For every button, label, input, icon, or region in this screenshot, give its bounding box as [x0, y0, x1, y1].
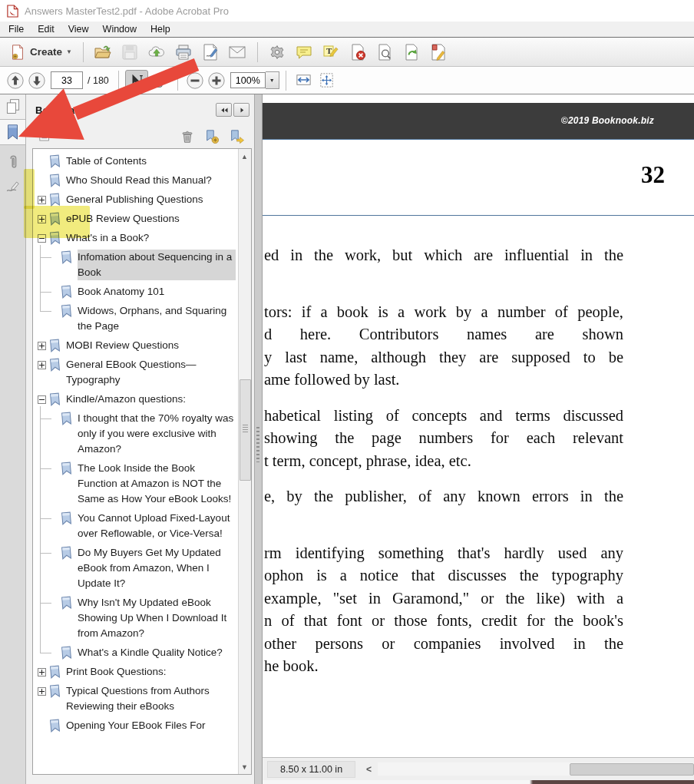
zoom-level-value[interactable]: 100% [230, 72, 266, 88]
current-page-input[interactable] [51, 71, 83, 89]
text-line: habetical listing of concepts and terms … [264, 405, 623, 428]
bookmark-label: Infomation about Sequencing in a Book [78, 250, 236, 280]
bookmark-ribbon-icon [48, 683, 61, 698]
expander-plus-icon[interactable] [38, 668, 46, 676]
bookmark-ribbon-icon [60, 645, 73, 660]
collapse-panel-button[interactable] [216, 103, 232, 117]
bookmark-item[interactable]: What's a Kindle Quality Notice? [46, 643, 236, 663]
page-preview-button[interactable] [372, 41, 398, 64]
share-cloud-button[interactable] [144, 41, 170, 64]
share-cloud-icon [147, 43, 166, 61]
window-title: Answers MasterTest2.pdf - Adobe Acrobat … [25, 5, 229, 17]
bookmark-item[interactable]: Book Anatomy 101 [46, 283, 236, 302]
expander-minus-icon[interactable] [38, 395, 46, 404]
signatures-panel-button[interactable] [0, 174, 25, 199]
panel-splitter[interactable] [255, 94, 263, 784]
select-tool-button[interactable] [125, 70, 148, 91]
bookmark-item[interactable]: Who Should Read this Manual? [35, 171, 236, 190]
previous-page-button[interactable] [5, 70, 26, 91]
scrollbar-thumb[interactable] [240, 379, 251, 481]
scroll-down-icon[interactable]: ▼ [239, 761, 250, 772]
bookmark-item[interactable]: Do My Buyers Get My Updated eBook from A… [46, 544, 236, 594]
highlight-text-button[interactable]: T [318, 41, 345, 64]
bookmark-label: General EBook Questions—Typography [66, 357, 236, 388]
yellow-highlight-main [24, 206, 90, 238]
email-button[interactable] [224, 41, 251, 64]
scrolling-mode-button[interactable] [292, 70, 316, 91]
bookmark-item[interactable]: Print Book Questions: [35, 663, 236, 682]
bookmark-label: Why Isn't My Updated eBook Showing Up Wh… [78, 595, 236, 641]
navigation-rail [0, 94, 26, 784]
expander-plus-icon[interactable] [38, 687, 46, 696]
bookmark-item[interactable]: MOBI Review Questions [35, 336, 236, 356]
delete-bookmark-button[interactable] [177, 127, 197, 146]
bookmark-label: Opening Your EBook Files For [66, 718, 206, 733]
tools-gear-button[interactable] [264, 41, 291, 64]
menu-item-window[interactable]: Window [96, 24, 144, 35]
text-line: showing the page numbers for each releva… [264, 427, 623, 450]
bookmark-label: General Publishing Questions [66, 192, 203, 207]
save-file-button[interactable] [117, 41, 144, 64]
expand-panel-button[interactable] [233, 103, 250, 117]
comment-icon [295, 43, 313, 61]
create-button[interactable]: Create ▼ [5, 41, 77, 63]
bookmark-item[interactable]: Why Isn't My Updated eBook Showing Up Wh… [46, 594, 236, 643]
bookmark-item[interactable]: Infomation about Sequencing in a Book [46, 248, 236, 283]
next-page-button[interactable] [26, 70, 48, 91]
comment-button[interactable] [291, 41, 318, 64]
bookmark-item[interactable]: Widows, Orphans, and Squaring the Page [46, 302, 236, 336]
bookmark-ribbon-icon [60, 595, 73, 610]
bookmark-item[interactable]: The Look Inside the Book Function at Ama… [46, 459, 236, 509]
bookmark-item[interactable]: Kindle/Amazon questions: [35, 390, 236, 409]
menu-item-view[interactable]: View [61, 24, 96, 35]
horizontal-scrollbar-thumb[interactable] [570, 763, 694, 776]
delete-pages-button[interactable] [345, 41, 372, 64]
sign-document-button[interactable] [197, 41, 224, 64]
menu-bar: FileEditViewWindowHelp [0, 22, 694, 38]
options-menu-button[interactable] [37, 127, 57, 146]
new-bookmark-button[interactable] [202, 127, 222, 146]
menu-item-edit[interactable]: Edit [31, 24, 61, 35]
bookmark-ribbon-icon [60, 511, 73, 525]
bookmark-item[interactable]: General EBook Questions—Typography [35, 356, 236, 390]
pages-panel-button[interactable] [0, 94, 25, 119]
bookmark-item[interactable]: Opening Your EBook Files For [35, 716, 236, 736]
scroll-up-icon[interactable]: ▲ [239, 151, 250, 162]
bookmark-ribbon-icon [60, 461, 73, 475]
page-preview-icon [375, 43, 394, 61]
highlight-text-icon: T [322, 43, 340, 61]
zoom-dropdown-button[interactable]: ▼ [266, 71, 279, 89]
toolbar-separator [286, 71, 286, 91]
export-page-button[interactable] [398, 41, 425, 64]
attachments-panel-button[interactable] [0, 150, 25, 174]
menu-item-help[interactable]: Help [144, 24, 177, 35]
bookmarks-panel-button[interactable] [0, 119, 25, 145]
open-file-button[interactable] [90, 41, 117, 64]
edit-form-button[interactable] [425, 41, 452, 64]
bookmark-label: Do My Buyers Get My Updated eBook from A… [78, 545, 236, 591]
bookmark-action-button[interactable] [226, 127, 246, 146]
main-toolbar: Create ▼ T [0, 38, 694, 67]
fit-page-button[interactable] [316, 70, 339, 91]
bookmark-arrow-icon [229, 129, 244, 144]
bookmark-ribbon-icon [48, 192, 61, 207]
text-line: he book. [264, 655, 623, 678]
select-tool-icon [128, 72, 145, 89]
toolbar-separator [118, 71, 119, 91]
zoom-out-button[interactable] [184, 70, 206, 91]
menu-item-file[interactable]: File [2, 24, 31, 35]
horizontal-scrollbar[interactable] [378, 762, 694, 776]
bookmark-item[interactable]: Typical Questions from Authors Reviewing… [35, 682, 236, 716]
bookmark-item[interactable]: You Cannot Upload Fixed-Layout over Refl… [46, 509, 236, 544]
hand-tool-button[interactable] [148, 70, 171, 91]
bookmark-label: Widows, Orphans, and Squaring the Page [78, 303, 236, 334]
print-button[interactable] [170, 41, 197, 64]
zoom-in-button[interactable] [206, 70, 227, 91]
scroll-left-icon[interactable]: < [366, 764, 372, 775]
expander-plus-icon[interactable] [38, 361, 46, 369]
expander-plus-icon[interactable] [38, 196, 46, 204]
expander-plus-icon[interactable] [38, 342, 46, 350]
bookmarks-scrollbar[interactable]: ▲ ▼ [238, 149, 251, 774]
bookmark-item[interactable]: Table of Contents [35, 152, 236, 171]
bookmark-item[interactable]: I thought that the 70% royalty was only … [46, 409, 236, 459]
